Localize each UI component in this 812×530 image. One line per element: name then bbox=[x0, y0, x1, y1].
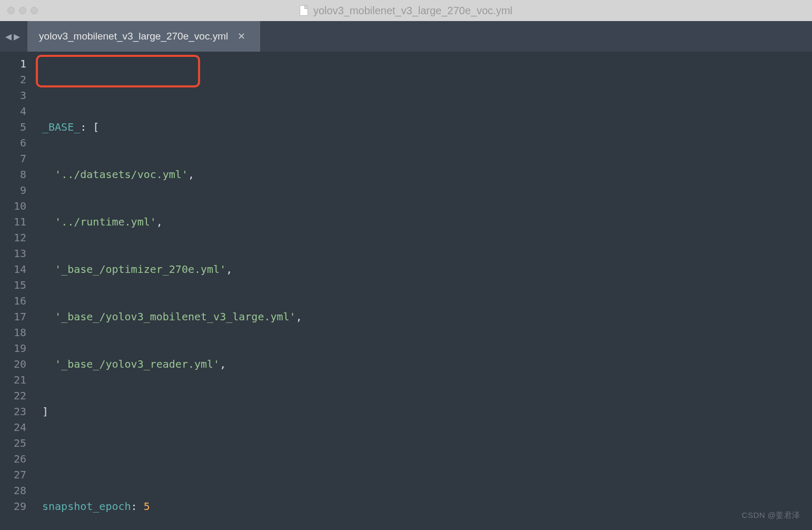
line-number: 11 bbox=[0, 214, 26, 230]
line-number: 19 bbox=[0, 340, 26, 356]
line-number: 29 bbox=[0, 498, 26, 514]
annotation-highlight-box bbox=[36, 55, 200, 87]
minimize-window-button[interactable] bbox=[19, 7, 26, 14]
nav-arrows: ◀ ▶ bbox=[0, 21, 27, 52]
line-number: 8 bbox=[0, 166, 26, 182]
maximize-window-button[interactable] bbox=[31, 7, 38, 14]
line-number: 23 bbox=[0, 404, 26, 419]
code-line: '../runtime.yml', bbox=[34, 214, 812, 230]
line-number: 26 bbox=[0, 451, 26, 467]
code-line: snapshot_epoch: 5 bbox=[34, 498, 812, 514]
line-number: 18 bbox=[0, 325, 26, 340]
line-number: 16 bbox=[0, 293, 26, 309]
line-number: 6 bbox=[0, 135, 26, 151]
line-number: 14 bbox=[0, 261, 26, 277]
code-line: '_base_/yolov3_reader.yml', bbox=[34, 356, 812, 372]
code-line: _BASE_: [ bbox=[34, 119, 812, 135]
watermark: CSDN @姜君泽 bbox=[742, 511, 800, 521]
line-number: 12 bbox=[0, 230, 26, 246]
line-number: 21 bbox=[0, 372, 26, 388]
line-number: 4 bbox=[0, 103, 26, 119]
line-number: 1 bbox=[0, 56, 26, 72]
tab-bar-empty bbox=[260, 21, 812, 52]
code-area[interactable]: _BASE_: [ '../datasets/voc.yml', '../run… bbox=[34, 52, 812, 530]
code-line: '_base_/yolov3_mobilenet_v3_large.yml', bbox=[34, 309, 812, 325]
line-number: 9 bbox=[0, 182, 26, 198]
line-number: 20 bbox=[0, 356, 26, 372]
close-window-button[interactable] bbox=[7, 7, 15, 14]
code-editor[interactable]: 1 2 3 4 5 6 7 8 9 10 11 12 13 14 15 16 1… bbox=[0, 52, 812, 530]
line-number: 17 bbox=[0, 309, 26, 325]
code-line: '../datasets/voc.yml', bbox=[34, 166, 812, 182]
file-icon bbox=[300, 5, 308, 16]
line-number: 7 bbox=[0, 151, 26, 166]
line-number: 25 bbox=[0, 435, 26, 451]
code-line bbox=[34, 451, 812, 467]
window-title: yolov3_mobilenet_v3_large_270e_voc.yml bbox=[313, 5, 512, 17]
window-title-bar: yolov3_mobilenet_v3_large_270e_voc.yml bbox=[0, 0, 812, 21]
nav-back-icon[interactable]: ◀ bbox=[5, 30, 12, 43]
line-number: 27 bbox=[0, 467, 26, 483]
line-number: 10 bbox=[0, 198, 26, 214]
line-number: 13 bbox=[0, 246, 26, 261]
line-number: 24 bbox=[0, 419, 26, 435]
tab-label: yolov3_mobilenet_v3_large_270e_voc.yml bbox=[39, 31, 228, 42]
traffic-lights bbox=[7, 7, 38, 14]
code-line: ] bbox=[34, 404, 812, 419]
line-number: 5 bbox=[0, 119, 26, 135]
close-icon[interactable]: ✕ bbox=[237, 31, 245, 42]
nav-forward-icon[interactable]: ▶ bbox=[14, 30, 20, 43]
line-number: 28 bbox=[0, 483, 26, 498]
line-number: 2 bbox=[0, 72, 26, 87]
tab-active[interactable]: yolov3_mobilenet_v3_large_270e_voc.yml ✕ bbox=[27, 21, 260, 52]
line-number: 22 bbox=[0, 388, 26, 404]
code-line: '_base_/optimizer_270e.yml', bbox=[34, 261, 812, 277]
gutter: 1 2 3 4 5 6 7 8 9 10 11 12 13 14 15 16 1… bbox=[0, 52, 34, 530]
line-number: 3 bbox=[0, 87, 26, 103]
line-number: 15 bbox=[0, 277, 26, 293]
editor-header: ◀ ▶ yolov3_mobilenet_v3_large_270e_voc.y… bbox=[0, 21, 812, 52]
